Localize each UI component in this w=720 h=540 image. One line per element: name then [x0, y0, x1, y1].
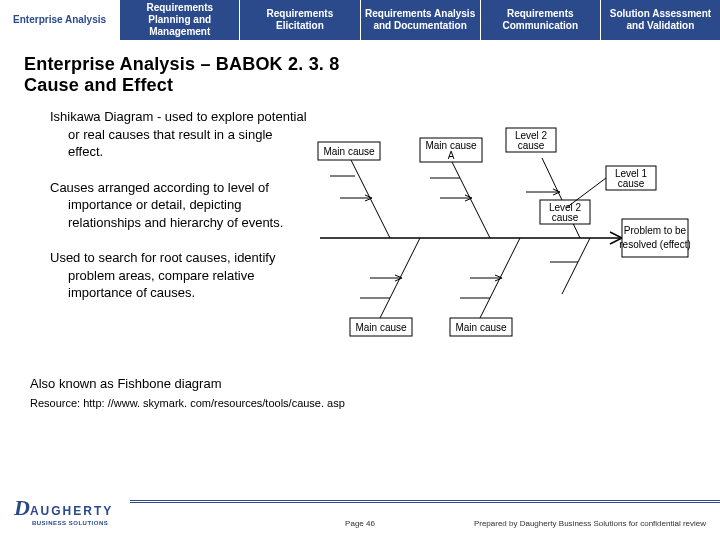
page-title: Enterprise Analysis – BABOK 2. 3. 8 Caus… [24, 54, 720, 96]
also-known-as: Also known as Fishbone diagram [30, 376, 720, 391]
paragraph-3: Used to search for root causes, identify… [30, 249, 310, 302]
logo: D AUGHERTY BUSINESS SOLUTIONS [14, 495, 113, 527]
svg-text:cause: cause [618, 178, 645, 189]
label-lower-cause-right: Main cause [455, 322, 507, 333]
label-upper-cause-left: Main cause [323, 146, 375, 157]
tab-requirements-communication[interactable]: Requirements Communication [481, 0, 601, 40]
logo-text: AUGHERTY [30, 504, 113, 518]
nav-tabs: Enterprise Analysis Requirements Plannin… [0, 0, 720, 40]
paragraph-1: Ishikawa Diagram - used to explore poten… [30, 108, 310, 161]
label-problem-2: resolved (effect) [619, 239, 690, 250]
fishbone-svg: Problem to be resolved (effect) Main cau… [310, 108, 690, 368]
label-lower-cause-left: Main cause [355, 322, 407, 333]
svg-line-31 [562, 238, 590, 294]
tab-requirements-elicitation[interactable]: Requirements Elicitation [240, 0, 360, 40]
body: Ishikawa Diagram - used to explore poten… [0, 108, 720, 372]
svg-text:cause: cause [518, 140, 545, 151]
svg-line-11 [542, 158, 580, 238]
tab-enterprise-analysis[interactable]: Enterprise Analysis [0, 0, 120, 40]
svg-text:cause: cause [552, 212, 579, 223]
title-line-2: Cause and Effect [24, 75, 173, 95]
paragraph-2: Causes arranged according to level of im… [30, 179, 310, 232]
page-number: Page 46 [345, 519, 375, 528]
tab-requirements-analysis[interactable]: Requirements Analysis and Documentation [361, 0, 481, 40]
tab-solution-assessment[interactable]: Solution Assessment and Validation [601, 0, 720, 40]
text-column: Ishikawa Diagram - used to explore poten… [30, 108, 310, 372]
confidential-notice: Prepared by Daugherty Business Solutions… [474, 519, 706, 528]
tab-requirements-planning[interactable]: Requirements Planning and Management [120, 0, 240, 40]
footer-divider [130, 500, 720, 501]
svg-text:A: A [448, 150, 455, 161]
resource-link: Resource: http: //www. skymark. com/reso… [30, 397, 720, 409]
fishbone-diagram: Problem to be resolved (effect) Main cau… [310, 108, 700, 372]
slide: { "tabs": [ { "label": "Enterprise Analy… [0, 0, 720, 540]
label-problem-1: Problem to be [624, 225, 687, 236]
logo-d-icon: D [14, 495, 30, 521]
title-line-1: Enterprise Analysis – BABOK 2. 3. 8 [24, 54, 339, 74]
footer: D AUGHERTY BUSINESS SOLUTIONS Page 46 Pr… [0, 492, 720, 530]
logo-subtext: BUSINESS SOLUTIONS [32, 520, 108, 526]
